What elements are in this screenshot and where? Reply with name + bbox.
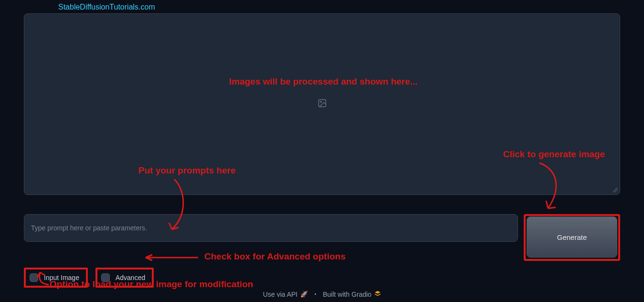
footer: Use via API 🚀 Built with Gradio [0,290,644,298]
rocket-icon: 🚀 [300,291,308,298]
input-image-option[interactable]: Input Image [24,268,88,288]
prompt-container[interactable] [24,214,518,242]
generate-button[interactable]: Generate [527,216,617,258]
image-preview-panel [24,13,620,195]
input-image-label: Input Image [44,274,79,281]
image-icon [317,98,327,110]
separator-dot [315,293,316,295]
gradio-icon [374,290,381,298]
footer-built-text: Built with Gradio [323,291,371,298]
input-image-checkbox[interactable] [30,273,38,282]
use-via-api-link[interactable]: Use via API 🚀 [263,291,308,298]
svg-point-1 [320,101,321,103]
advanced-checkbox[interactable] [101,273,110,282]
prompt-input[interactable] [31,224,511,232]
advanced-option[interactable]: Advanced [95,268,154,288]
built-with-gradio-link[interactable]: Built with Gradio [323,290,381,298]
footer-api-text: Use via API [263,291,297,298]
site-watermark: StableDiffusionTutorials.com [58,3,155,11]
advanced-label: Advanced [116,274,145,281]
